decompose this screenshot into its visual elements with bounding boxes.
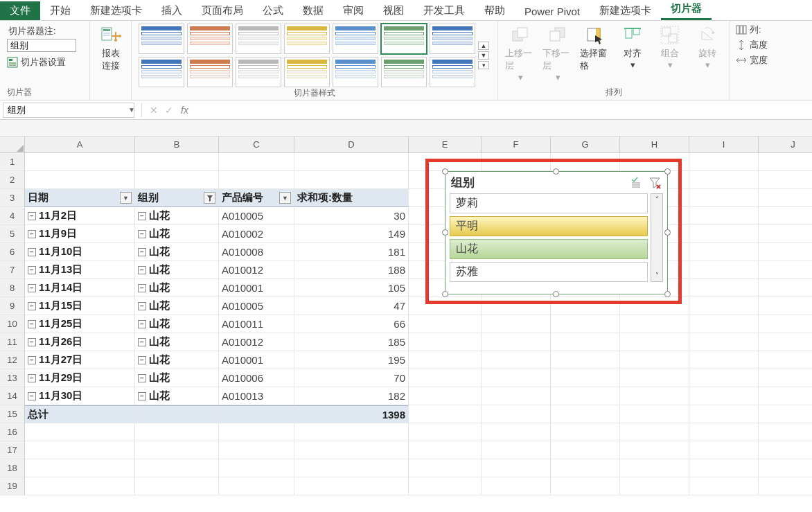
enter-formula-button[interactable]: ✓: [161, 103, 177, 118]
cell[interactable]: [620, 369, 689, 387]
column-header[interactable]: J: [759, 136, 812, 153]
cell[interactable]: [759, 423, 812, 441]
cell[interactable]: [689, 297, 759, 315]
slicer-style-thumb[interactable]: [236, 24, 281, 54]
cell[interactable]: [551, 351, 620, 369]
cell[interactable]: [620, 333, 689, 351]
cell[interactable]: [482, 405, 551, 423]
row-header[interactable]: 6: [0, 243, 25, 261]
column-header[interactable]: H: [620, 136, 689, 153]
cell[interactable]: [689, 171, 759, 189]
cell[interactable]: [759, 243, 812, 261]
cell[interactable]: [759, 315, 812, 333]
cell[interactable]: [551, 423, 620, 441]
ribbon-tab-3[interactable]: 插入: [152, 1, 192, 20]
row-header[interactable]: 7: [0, 261, 25, 279]
column-header[interactable]: A: [25, 136, 135, 153]
cell[interactable]: [482, 369, 551, 387]
slicer-style-thumb[interactable]: [284, 24, 330, 54]
cell[interactable]: A010002: [219, 225, 294, 243]
cell[interactable]: [409, 477, 482, 495]
resize-handle[interactable]: [442, 229, 448, 236]
cell[interactable]: −山花: [135, 207, 219, 225]
column-header[interactable]: B: [135, 136, 219, 153]
slicer-style-thumb[interactable]: [139, 24, 184, 54]
cell[interactable]: [294, 477, 409, 495]
row-header[interactable]: 16: [0, 423, 25, 441]
cell[interactable]: 求和项:数量: [294, 189, 409, 207]
cell[interactable]: [409, 387, 482, 405]
cell[interactable]: [135, 153, 219, 171]
cell[interactable]: [294, 459, 409, 477]
ribbon-tab-6[interactable]: 数据: [293, 1, 333, 20]
cell[interactable]: [689, 189, 759, 207]
row-header[interactable]: 18: [0, 459, 25, 477]
cell[interactable]: −11月29日: [25, 369, 135, 387]
cell[interactable]: A010006: [219, 369, 294, 387]
column-header[interactable]: C: [219, 136, 294, 153]
select-all-corner[interactable]: [0, 136, 25, 153]
cell[interactable]: [219, 405, 294, 423]
cell[interactable]: −山花: [135, 261, 219, 279]
slicer-style-thumb[interactable]: [139, 57, 184, 87]
cell[interactable]: [689, 243, 759, 261]
slicer-style-thumb[interactable]: [430, 24, 475, 54]
row-header[interactable]: 4: [0, 207, 25, 225]
cell[interactable]: [135, 459, 219, 477]
cell[interactable]: 1398: [294, 405, 409, 423]
cell[interactable]: A010013: [219, 387, 294, 405]
cell[interactable]: [219, 459, 294, 477]
cell[interactable]: [620, 423, 689, 441]
cell[interactable]: [689, 405, 759, 423]
cell[interactable]: [482, 441, 551, 459]
cell[interactable]: 185: [294, 333, 409, 351]
cell[interactable]: −山花: [135, 351, 219, 369]
cell[interactable]: [482, 351, 551, 369]
cell[interactable]: −山花: [135, 225, 219, 243]
cell[interactable]: [551, 405, 620, 423]
slicer-style-thumb[interactable]: [381, 24, 427, 54]
slicer-style-thumb[interactable]: [187, 24, 233, 54]
cell[interactable]: [219, 441, 294, 459]
cell[interactable]: [551, 387, 620, 405]
resize-handle[interactable]: [664, 291, 671, 297]
ribbon-tab-0[interactable]: 文件: [0, 1, 40, 20]
ribbon-tab-4[interactable]: 页面布局: [192, 1, 253, 20]
ribbon-tab-1[interactable]: 开始: [40, 1, 80, 20]
slicer-object[interactable]: 组别 萝莉平明山花苏雅 ˄ ˅: [445, 171, 668, 294]
cell[interactable]: [689, 279, 759, 297]
column-header[interactable]: G: [551, 136, 620, 153]
cell[interactable]: [620, 315, 689, 333]
cell[interactable]: [135, 441, 219, 459]
cell[interactable]: [135, 477, 219, 495]
cell[interactable]: [25, 171, 135, 189]
cell[interactable]: [25, 153, 135, 171]
slicer-style-thumb[interactable]: [333, 57, 378, 87]
cell[interactable]: 组别: [135, 189, 219, 207]
cell[interactable]: 195: [294, 351, 409, 369]
cancel-formula-button[interactable]: ✕: [146, 103, 161, 118]
slicer-scrollbar[interactable]: ˄ ˅: [651, 193, 663, 282]
slicer-item[interactable]: 萝莉: [450, 193, 648, 213]
cell[interactable]: [551, 477, 620, 495]
row-header[interactable]: 2: [0, 171, 25, 189]
row-header[interactable]: 12: [0, 351, 25, 369]
cell[interactable]: −11月10日: [25, 243, 135, 261]
row-header[interactable]: 11: [0, 333, 25, 351]
cell[interactable]: [482, 459, 551, 477]
row-header[interactable]: 13: [0, 369, 25, 387]
cell[interactable]: −山花: [135, 297, 219, 315]
scroll-track[interactable]: [651, 205, 662, 270]
cell[interactable]: [409, 315, 482, 333]
cell[interactable]: [482, 315, 551, 333]
cell[interactable]: [759, 477, 812, 495]
ribbon-tab-2[interactable]: 新建选项卡: [80, 1, 152, 20]
cell[interactable]: [135, 423, 219, 441]
ribbon-tab-9[interactable]: 开发工具: [414, 1, 475, 20]
cell[interactable]: [689, 333, 759, 351]
cell[interactable]: −11月15日: [25, 297, 135, 315]
cell[interactable]: [409, 369, 482, 387]
cell[interactable]: [759, 261, 812, 279]
ribbon-tab-11[interactable]: Power Pivot: [515, 3, 590, 20]
slicer-style-thumb[interactable]: [333, 24, 378, 54]
